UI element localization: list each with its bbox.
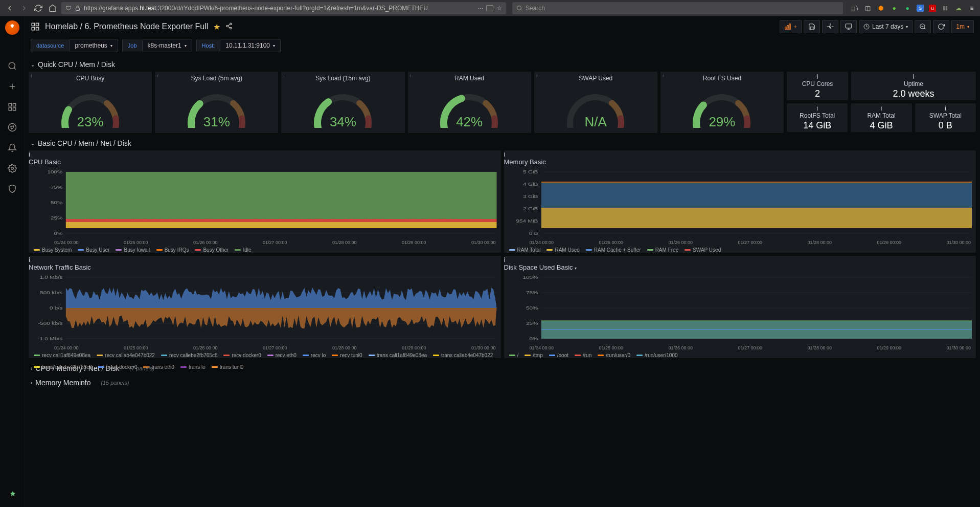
var-host[interactable]: Host: 10.11.1.31:9100▾ — [196, 39, 281, 52]
save-button[interactable] — [804, 20, 820, 33]
ext-icon-2[interactable]: ● — [890, 4, 898, 12]
var-datasource[interactable]: datasource prometheus▾ — [31, 39, 118, 52]
url-bar[interactable]: 🛡 https://grafana.apps.hl.test:32000/d/r… — [61, 2, 506, 14]
gauge-root-fs-used[interactable]: i Root FS Used 29% — [660, 72, 784, 133]
info-icon[interactable]: i — [283, 73, 285, 78]
stat-rootfs[interactable]: iRootFS Total14 GiB — [787, 103, 848, 132]
gauge-sys-load-5m-avg-[interactable]: i Sys Load (5m avg) 31% — [155, 72, 278, 133]
panel-network-basic[interactable]: i Network Traffic Basic 1.0 Mb/s500 kb/s… — [29, 256, 501, 358]
ext-icon-5[interactable]: u — [929, 5, 936, 12]
sidebar-explore[interactable] — [7, 122, 18, 133]
ellipsis-icon[interactable]: ··· — [478, 5, 483, 12]
legend-item[interactable]: /boot — [549, 352, 568, 358]
info-icon[interactable]: i — [817, 73, 818, 80]
legend-item[interactable]: recv docker0 — [223, 352, 261, 358]
back-button[interactable] — [4, 3, 15, 14]
gauge-ram-used[interactable]: i RAM Used 42% — [408, 72, 531, 133]
info-icon[interactable]: i — [31, 73, 32, 78]
ext-icon-6[interactable]: ⦀⦀ — [941, 4, 949, 12]
stat-ram[interactable]: iRAM Total4 GiB — [851, 103, 911, 132]
var-job[interactable]: Job k8s-master1▾ — [122, 39, 192, 52]
star-icon[interactable]: ★ — [213, 22, 220, 32]
legend-item[interactable]: / — [509, 352, 519, 358]
legend-item[interactable]: recv caliab4e047b022 — [97, 352, 155, 358]
legend-item[interactable]: Busy Iowait — [116, 247, 150, 253]
legend-item[interactable]: Busy User — [78, 247, 109, 253]
add-panel-button[interactable]: + — [780, 20, 802, 33]
legend-item[interactable]: recv eth0 — [267, 352, 297, 358]
info-icon[interactable]: i — [913, 73, 915, 80]
info-icon[interactable]: i — [816, 104, 818, 112]
settings-button[interactable] — [822, 20, 838, 33]
info-icon[interactable]: i — [410, 73, 412, 78]
legend-item[interactable]: SWAP Used — [685, 247, 721, 253]
ext-icon-4[interactable]: S — [917, 5, 924, 12]
sidebar-alerting[interactable] — [7, 142, 18, 153]
info-icon[interactable]: i — [945, 104, 946, 112]
info-icon[interactable]: i — [504, 150, 976, 158]
row-header-meminfo[interactable]: ›Memory Meminfo (15 panels) — [29, 376, 976, 390]
tv-mode-button[interactable] — [840, 20, 857, 33]
legend-item[interactable]: /tmp — [525, 352, 542, 358]
legend-item[interactable]: Idle — [235, 247, 251, 253]
info-icon[interactable]: i — [157, 73, 158, 78]
sidebar-search[interactable] — [7, 60, 18, 72]
panel-cpu-basic[interactable]: i CPU Basic 100%75%50%25%0% 01/24 00:000… — [29, 150, 501, 253]
legend-item[interactable]: recv cali1af849e08ea — [34, 352, 90, 358]
legend-item[interactable]: trans cali1af849e08ea — [369, 352, 427, 358]
legend-item[interactable]: Busy Other — [195, 247, 229, 253]
panel-disk-basic[interactable]: i Disk Space Used Basic ▾ 100%75%50%25%0… — [504, 256, 976, 358]
info-icon[interactable]: i — [881, 104, 882, 112]
legend-item[interactable]: trans docker0 — [98, 364, 138, 370]
panel-memory-basic[interactable]: i Memory Basic 5 GiB4 GiB3 GiB2 GiB954 M… — [504, 150, 976, 253]
help-icon[interactable] — [7, 490, 18, 501]
row-header-basic[interactable]: ⌄Basic CPU / Mem / Net / Disk — [29, 136, 976, 150]
sidebar-admin[interactable] — [7, 183, 18, 194]
ext-icon-1[interactable]: ⬢ — [877, 4, 885, 12]
legend-item[interactable]: Busy System — [34, 247, 72, 253]
info-icon[interactable]: i — [504, 256, 976, 263]
info-icon[interactable]: i — [29, 256, 501, 263]
time-range-picker[interactable]: Last 7 days▾ — [859, 20, 913, 33]
grafana-logo[interactable] — [5, 20, 19, 35]
sidebar-create[interactable] — [7, 81, 18, 92]
legend-item[interactable]: recv lo — [303, 352, 326, 358]
legend-item[interactable]: trans lo — [180, 364, 206, 370]
legend-item[interactable]: /run/user/1000 — [636, 352, 678, 358]
legend-item[interactable]: RAM Cache + Buffer — [586, 247, 641, 253]
library-icon[interactable]: ⫼\ — [850, 4, 858, 12]
legend-item[interactable]: trans caliab4e047b022 — [433, 352, 493, 358]
reload-button[interactable] — [33, 3, 44, 14]
ext-icon-7[interactable]: ☁ — [954, 4, 963, 12]
sidebar-icon[interactable]: ◫ — [863, 4, 872, 12]
reader-icon[interactable] — [486, 5, 493, 11]
legend-item[interactable]: RAM Free — [647, 247, 679, 253]
share-icon[interactable] — [225, 23, 233, 31]
bookmark-star-icon[interactable]: ☆ — [496, 5, 502, 12]
browser-search[interactable]: Search — [512, 2, 843, 14]
legend-item[interactable]: /run — [575, 352, 591, 358]
refresh-button[interactable] — [933, 20, 949, 33]
home-button[interactable] — [47, 3, 58, 14]
ext-icon-3[interactable]: ● — [903, 4, 911, 12]
legend-item[interactable]: RAM Total — [509, 247, 541, 253]
legend-item[interactable]: recv tunl0 — [332, 352, 362, 358]
legend-item[interactable]: recv caliebe2fb765c8 — [161, 352, 218, 358]
stat-uptime[interactable]: iUptime2.0 weeks — [851, 72, 976, 100]
forward-button[interactable] — [18, 3, 30, 14]
legend-item[interactable]: RAM Used — [546, 247, 579, 253]
refresh-interval[interactable]: 1m▾ — [951, 20, 974, 33]
legend-item[interactable]: trans caliebe2fb765c8 — [34, 364, 92, 370]
legend-item[interactable]: Busy IRQs — [156, 247, 189, 253]
sidebar-configuration[interactable] — [7, 163, 18, 174]
info-icon[interactable]: i — [536, 73, 538, 78]
sidebar-dashboards[interactable] — [7, 101, 18, 113]
gauge-swap-used[interactable]: i SWAP Used N/A — [534, 72, 657, 133]
legend-item[interactable]: /run/user/0 — [598, 352, 630, 358]
menu-icon[interactable]: ≡ — [968, 4, 976, 12]
info-icon[interactable]: i — [29, 150, 501, 158]
breadcrumb[interactable]: Homelab / 6. Prometheus Node Exporter Fu… — [45, 22, 208, 31]
zoom-out-button[interactable] — [915, 20, 931, 33]
gauge-sys-load-15m-avg-[interactable]: i Sys Load (15m avg) 34% — [281, 72, 404, 133]
info-icon[interactable]: i — [663, 73, 664, 78]
